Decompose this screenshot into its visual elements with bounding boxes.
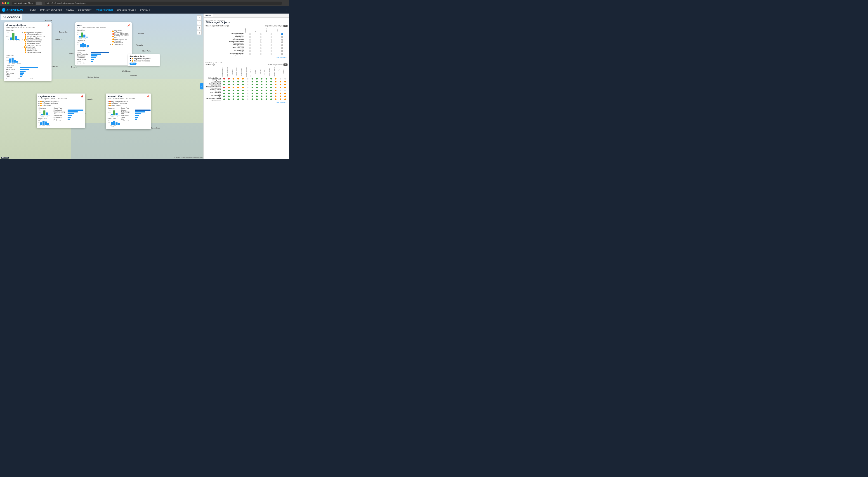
card-legal-pin[interactable]: 📌 <box>81 95 84 98</box>
compass-button[interactable]: ⊕ <box>197 25 202 30</box>
score-col-passport: Passport <box>231 69 233 75</box>
browser-menu-icon[interactable]: ⋯ <box>285 2 287 4</box>
score-col-impact: Impact Identifiers <box>245 67 247 77</box>
browser-tab-bar: AN ActiveNav Cloud + <box>12 2 41 5</box>
card-an-head[interactable]: AN Head Office 0.6m Objects 1 Host 5 Dat… <box>106 94 151 129</box>
card-all-managed[interactable]: All Managed Objects 0.6m Objects 8 Hosts… <box>4 22 52 81</box>
address-bar[interactable]: https://eu2.cloud.activenav.com/complian… <box>45 2 282 5</box>
an-head-legend: ▶Regulatory Compliance ▶Corporate Compli… <box>107 101 149 106</box>
expand-corporate[interactable]: ▼ Corporate Compliance <box>22 39 50 41</box>
card-m365-stats: 2.2k Objects 2 Hosts 49 Data Sources <box>77 26 106 29</box>
ops-title: Operations Center <box>129 55 158 57</box>
scores-matrix: Direct Identifiers National Identifier P… <box>206 67 287 101</box>
col-header-stale: Stale <box>277 29 278 32</box>
sidebar-tab-bar: Details <box>204 13 289 18</box>
card-m365-title: M365 <box>77 24 106 26</box>
export-csv-button-2[interactable]: ↑ Export as CSV <box>206 102 287 103</box>
info-button[interactable]: ℹ <box>285 8 287 12</box>
zoom-out-button[interactable]: − <box>197 20 202 25</box>
card-an-head-stats: 0.6m Objects 1 Host 5 Data Sources <box>107 98 135 100</box>
score-col-name: Name <box>254 70 256 74</box>
legend-regulatory: ▼ Regulatory Compliance Privacy GDPR CCP… <box>22 32 50 53</box>
scores-info-icon[interactable]: i <box>213 64 215 66</box>
minimize-window-button[interactable] <box>4 2 6 4</box>
export-csv-button-1[interactable]: ↑ Export as CSV <box>206 57 287 58</box>
card-all-managed-stats: 0.6m Objects 8 Hosts 58 Data Sources <box>6 26 35 29</box>
map-label-maryland: Maryland <box>130 74 137 76</box>
mapbox-logo: 🗺 mapbox <box>1 157 9 159</box>
card-m365-pin[interactable]: 📌 <box>127 24 130 27</box>
zoom-in-button[interactable]: + <box>197 15 202 20</box>
sidebar-tab-details[interactable]: Details <box>204 13 213 18</box>
nav-discovery-chevron: ▾ <box>90 9 92 11</box>
nav-item-home[interactable]: HOME ▾ <box>27 8 38 12</box>
row-corp-teams-label: Corp Teams <box>206 36 244 37</box>
expand-client[interactable]: ▼ Client Details <box>22 46 50 48</box>
nav-item-data-map[interactable]: DATA MAP EXPLORER <box>38 8 64 12</box>
nav-item-discovery[interactable]: DISCOVERY ▾ <box>76 8 93 12</box>
top-navbar: ACTIVENAV HOME ▾ DATA MAP EXPLORER REVIE… <box>0 6 289 13</box>
main-content: Canada Edmonton Calgary United States Op… <box>0 13 289 159</box>
m365-age-label: Object Age <box>77 29 109 31</box>
object-type-label: Object Type <box>6 65 50 66</box>
sidebar-toggle-button[interactable]: » <box>200 83 204 90</box>
card-all-managed-pin[interactable]: 📌 <box>47 24 50 27</box>
browser-actions: ⋯ <box>285 2 287 4</box>
card-legal[interactable]: Legal Data Center 12.5k Objects 2 Hosts … <box>37 94 85 128</box>
card-m365[interactable]: M365 2.2k Objects 2 Hosts 49 Data Source… <box>75 22 132 66</box>
distribution-matrix: Suspect New Active Stale AN Content Serv… <box>206 28 287 56</box>
score-col-phone: Phone Number <box>269 67 271 76</box>
legend-hr: Human Resources <box>25 43 50 44</box>
row-sharepoint-label: Corp SharePoint <box>206 39 244 40</box>
legend-inactive-clients: Inactive Clients <box>25 50 50 52</box>
distribution-subtitle: Object Size, Object Type <box>265 25 283 27</box>
distribution-title: Object Age Distribution <box>206 25 225 27</box>
browser-tab-new[interactable]: + <box>36 2 41 5</box>
nav-item-target-search[interactable]: TARGET SEARCH <box>94 8 115 12</box>
browser-tab-label: ActiveNav Cloud <box>18 2 33 4</box>
browser-tab-activenav[interactable]: AN ActiveNav Cloud <box>12 2 35 5</box>
expand-regulatory[interactable]: ▼ Regulatory Compliance <box>22 32 50 33</box>
distribution-info-icon[interactable]: i <box>226 25 229 27</box>
scores-toggle[interactable]: DO <box>283 64 287 66</box>
col-header-new: New <box>255 29 256 32</box>
logo[interactable]: ACTIVENAV <box>2 8 23 12</box>
nav-item-business-rules[interactable]: BUSINESS RULES ▾ <box>115 8 138 12</box>
settings-map-button[interactable]: ⚙ <box>197 30 202 35</box>
object-size-label: Object Size <box>6 55 50 56</box>
score-col-address: Address <box>259 69 261 74</box>
browser-chrome: AN ActiveNav Cloud + https://eu2.cloud.a… <box>0 0 289 6</box>
map-label-dominican: Dominican <box>151 127 160 129</box>
sidebar-privacy-section: Privacy GDPR CCPA Scores i Scored Object… <box>204 60 289 105</box>
card-an-head-pin[interactable]: 📌 <box>147 95 149 98</box>
distribution-toggle[interactable]: DO <box>283 25 287 27</box>
close-window-button[interactable] <box>2 2 4 4</box>
window-controls[interactable] <box>2 2 9 4</box>
logo-icon <box>2 8 5 12</box>
maximize-window-button[interactable] <box>7 2 9 4</box>
map-label-denver: Denver <box>71 66 77 68</box>
ops-corporate: ▼ Corporate Compliance <box>129 60 158 62</box>
m365-size-label: Object Size <box>77 40 109 41</box>
nav-discovery-label: DISCOVERY <box>78 9 90 11</box>
legend-banking: Banking and Finance PCI <box>25 35 50 37</box>
nav-item-review[interactable]: REVIEW <box>64 8 76 12</box>
row-imanage-cloud-label: iManage Cloud <box>206 44 244 45</box>
row-m365-onedrive-label: M365 One Drive <box>206 47 244 48</box>
nav-datamap-label: DATA MAP EXPLORER <box>40 9 62 11</box>
map-area[interactable]: Canada Edmonton Calgary United States Op… <box>0 13 204 159</box>
card-ops-center[interactable]: Operations Center ▼ Regulatory Complianc… <box>128 54 160 66</box>
nav-item-system[interactable]: SYSTEM ▾ <box>138 8 152 12</box>
map-label-quebec: Québec <box>138 33 144 34</box>
ops-regulatory: ▼ Regulatory Compliance <box>129 58 158 60</box>
object-type-bars: Unknown Raster Image Web Page Layout E-M… <box>6 67 50 77</box>
age-bar-new <box>12 33 14 40</box>
dot-an-stale <box>281 33 283 35</box>
page-title: 5 Locations <box>3 15 20 19</box>
score-col-sexuality: Sexuality <box>278 69 280 75</box>
map-label-calgary: Calgary <box>55 38 61 40</box>
m365-type-label: Object Type <box>77 49 109 51</box>
object-age-section: Object Age 1m300k0 <box>6 29 50 54</box>
nav-home-chevron: ▾ <box>35 9 36 11</box>
nav-review-label: REVIEW <box>66 9 74 11</box>
